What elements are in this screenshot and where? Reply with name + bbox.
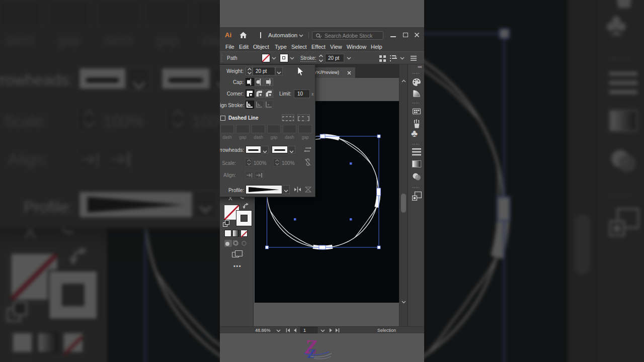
svg-text:Z: Z xyxy=(307,347,315,360)
